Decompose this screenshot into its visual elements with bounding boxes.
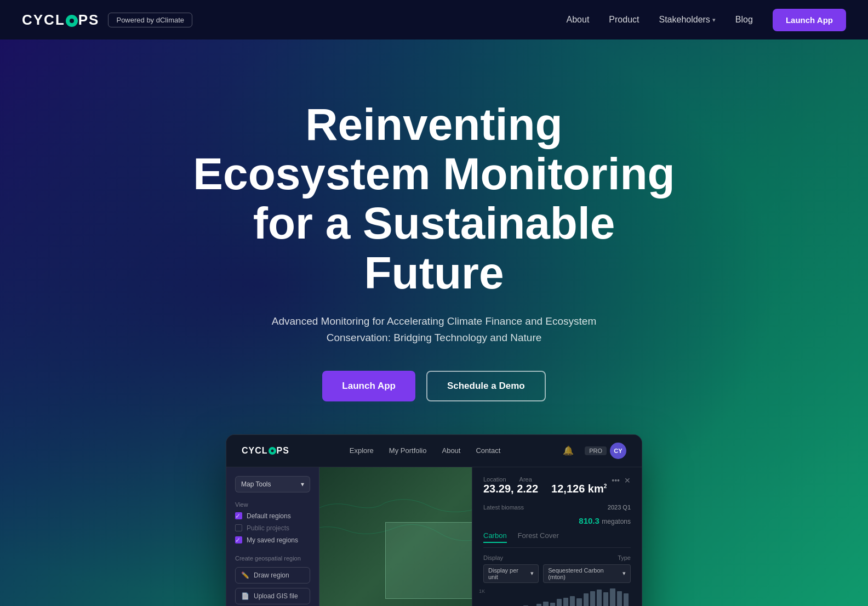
logo[interactable]: CYCLPS [22, 12, 99, 29]
tab-forest-cover[interactable]: Forest Cover [518, 531, 559, 543]
panel-values: 23.29, 2.22 12,126 km2 [483, 483, 607, 495]
chart-bar [603, 592, 608, 606]
upload-icon: 📄 [241, 592, 249, 600]
panel-header: Location Area 23.29, 2.22 12,126 km2 [483, 476, 631, 497]
chart-bar [624, 593, 629, 606]
create-region-label: Create geospatial region [235, 555, 310, 562]
navbar: CYCLPS Powered by dClimate About Product… [0, 0, 868, 39]
app-mockup: CYCLPS Explore My Portfolio About Contac… [226, 434, 642, 606]
chevron-down-icon: ▾ [301, 480, 304, 488]
display-type-row: Display Type Display per unit ▾ Sequeste… [483, 554, 631, 583]
panel-labels: Location Area [483, 476, 607, 483]
hero-content: Reinventing Ecosystem Monitoring for a S… [187, 39, 681, 434]
mockup-nav-explore[interactable]: Explore [350, 446, 374, 455]
chart-bar [584, 593, 589, 606]
hero-section: Reinventing Ecosystem Monitoring for a S… [0, 39, 868, 606]
chevron-down-icon: ▾ [712, 16, 716, 24]
map-tools-dropdown[interactable]: Map Tools ▾ [235, 476, 310, 492]
mockup-navbar: CYCLPS Explore My Portfolio About Contac… [226, 435, 642, 467]
hero-launch-button[interactable]: Launch App [322, 371, 415, 401]
type-dropdown[interactable]: Sequestered Carbon (mton) ▾ [543, 564, 631, 583]
draw-region-button[interactable]: ✏️ Draw region [235, 567, 310, 584]
mockup-nav-links: Explore My Portfolio About Contact [350, 446, 501, 455]
view-label: View [235, 501, 310, 508]
mockup-nav-contact[interactable]: Contact [476, 446, 500, 455]
map-region-highlight [385, 522, 472, 599]
chart-bar [536, 604, 541, 606]
display-dropdown[interactable]: Display per unit ▾ [483, 564, 539, 583]
checkbox-icon: ✓ [235, 512, 242, 519]
pro-badge: PRO [585, 446, 607, 455]
nav-product[interactable]: Product [609, 15, 639, 25]
display-dropdowns: Display per unit ▾ Sequestered Carbon (m… [483, 564, 631, 583]
biomass-value-row: 810.3 megatons [483, 516, 631, 526]
area-value: 12,126 km2 [551, 483, 607, 495]
mockup-nav-right: 🔔 PRO CY [561, 443, 626, 459]
hero-buttons: Launch App Schedule a Demo [187, 371, 681, 401]
upload-gis-button[interactable]: 📄 Upload GIS file [235, 588, 310, 604]
navbar-right: About Product Stakeholders ▾ Blog Launch… [567, 9, 846, 31]
chart-bar [570, 596, 575, 606]
mockup-logo: CYCLPS [242, 446, 289, 456]
checkbox-saved-regions[interactable]: ✓ My saved regions [235, 536, 310, 544]
hero-subtitle: Advanced Monitoring for Accelerating Cli… [248, 313, 620, 347]
chart-bar [576, 598, 581, 606]
bar-chart [494, 588, 631, 606]
chart-bar [563, 598, 568, 607]
close-icon[interactable]: ✕ [624, 476, 631, 485]
launch-app-button[interactable]: Launch App [773, 9, 846, 31]
chart-bar [617, 591, 622, 606]
mockup-data-panel: Location Area 23.29, 2.22 12,126 km2 [472, 467, 642, 606]
mockup-nav-portfolio[interactable]: My Portfolio [389, 446, 427, 455]
chevron-down-icon: ▾ [530, 570, 534, 577]
hero-demo-button[interactable]: Schedule a Demo [426, 371, 546, 401]
checkbox-default-regions[interactable]: ✓ Default regions [235, 512, 310, 520]
nav-stakeholders[interactable]: Stakeholders ▾ [659, 15, 715, 25]
panel-info: Location Area 23.29, 2.22 12,126 km2 [483, 476, 607, 497]
draw-icon: ✏️ [241, 571, 249, 579]
hero-title: Reinventing Ecosystem Monitoring for a S… [187, 100, 681, 298]
chart-y-axis: 1K 750 500 250 [479, 588, 487, 606]
more-options-icon[interactable]: ••• [612, 476, 620, 485]
chart-bar [557, 599, 562, 606]
checkbox-icon [235, 524, 242, 531]
biomass-line: Latest biomass 2023 Q1 [483, 504, 631, 511]
panel-actions: ••• ✕ [612, 476, 631, 485]
chart-bar [550, 603, 555, 606]
bell-icon[interactable]: 🔔 [561, 443, 576, 458]
chevron-down-icon: ▾ [623, 570, 626, 577]
mockup-window: CYCLPS Explore My Portfolio About Contac… [226, 434, 642, 606]
mockup-body: Map Tools ▾ View ✓ Default regions Publi… [226, 467, 642, 606]
display-label: Display [483, 554, 503, 561]
chart-container: 1K 750 500 250 [483, 588, 631, 606]
chart-bar [610, 588, 615, 606]
tab-carbon[interactable]: Carbon [483, 531, 507, 543]
nav-about[interactable]: About [567, 15, 590, 25]
checkbox-public-projects[interactable]: Public projects [235, 524, 310, 532]
type-label: Type [618, 554, 631, 561]
avatar-group: PRO CY [585, 443, 626, 459]
panel-tabs: Carbon Forest Cover [483, 531, 631, 548]
avatar[interactable]: CY [610, 443, 626, 459]
mockup-map[interactable] [319, 467, 472, 606]
chart-bar [597, 590, 602, 606]
powered-badge: Powered by dClimate [108, 13, 192, 27]
mockup-sidebar: Map Tools ▾ View ✓ Default regions Publi… [226, 467, 319, 606]
mockup-nav-about[interactable]: About [442, 446, 460, 455]
chart-bar [543, 602, 548, 606]
navbar-left: CYCLPS Powered by dClimate [22, 12, 192, 29]
nav-blog[interactable]: Blog [735, 15, 753, 25]
checkbox-icon: ✓ [235, 536, 242, 543]
chart-bar [590, 591, 595, 606]
